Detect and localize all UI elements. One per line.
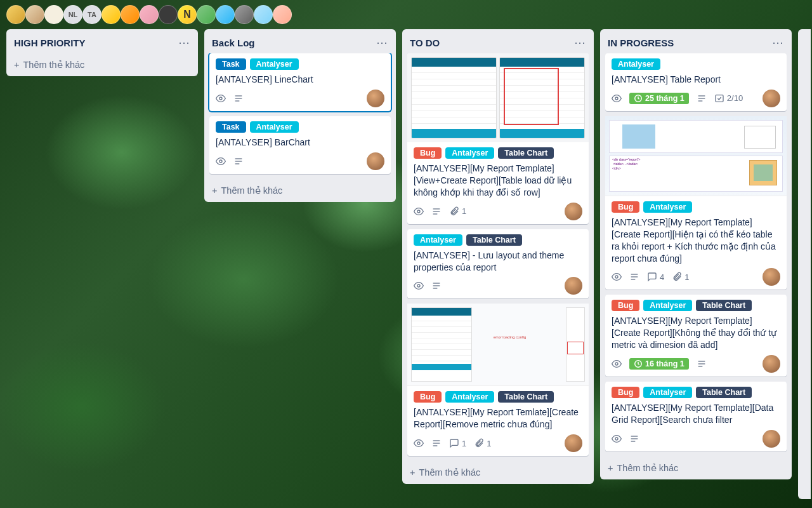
label[interactable]: Bug xyxy=(612,201,639,213)
label[interactable]: Task xyxy=(216,121,246,133)
member-avatar[interactable] xyxy=(216,5,235,24)
svg-point-30 xyxy=(615,363,618,365)
add-card-label: Thêm thẻ khác xyxy=(23,60,84,70)
due-date-badge[interactable]: 16 tháng 1 xyxy=(629,358,689,370)
label[interactable]: Antalyser xyxy=(643,387,692,398)
label[interactable]: Antalyser xyxy=(250,58,299,70)
add-card-label: Thêm thẻ khác xyxy=(221,185,282,196)
watch-icon xyxy=(612,93,622,104)
svg-point-26 xyxy=(615,276,618,278)
description-icon xyxy=(233,93,244,104)
label[interactable]: Antalyser xyxy=(250,121,299,133)
board: HIGH PRIORITY ⋯ + Thêm thẻ khác Back Log… xyxy=(0,29,812,499)
label[interactable]: Table Chart xyxy=(696,387,752,398)
card-member-avatar[interactable] xyxy=(367,90,384,107)
label[interactable]: Antalyser xyxy=(414,234,462,246)
label[interactable]: Table Chart xyxy=(696,300,752,311)
member-avatar[interactable] xyxy=(44,5,63,24)
label[interactable]: Bug xyxy=(612,387,639,398)
add-card-button[interactable]: + Thêm thẻ khác xyxy=(402,461,594,484)
list-menu-button[interactable]: ⋯ xyxy=(178,36,190,50)
member-avatar[interactable] xyxy=(197,5,216,24)
member-avatar[interactable] xyxy=(25,5,44,24)
add-card-button[interactable]: + Thêm thẻ khác xyxy=(600,457,792,479)
card-badges: 41 xyxy=(612,268,780,286)
card-title: [ANTALYSER][My Report Template][Data Gri… xyxy=(612,402,780,426)
svg-point-12 xyxy=(417,284,420,287)
member-avatar[interactable]: TA xyxy=(82,5,102,24)
member-avatar[interactable] xyxy=(102,5,121,24)
list-in-progress: IN PROGRESS ⋯ Antalyser[ANTALYSER] Table… xyxy=(600,29,792,479)
member-avatar[interactable] xyxy=(273,5,292,24)
card[interactable]: Antalyser[ANTALYSER] Table Report25 thán… xyxy=(605,53,787,111)
member-avatar[interactable]: N xyxy=(178,5,197,24)
card-member-avatar[interactable] xyxy=(763,268,780,286)
add-card-button[interactable]: + Thêm thẻ khác xyxy=(204,179,396,202)
card[interactable]: error loading config BugAntalyserTable C… xyxy=(407,304,589,456)
card-title: [ANTALYSER] LineChart xyxy=(216,74,384,86)
attachments-badge: 1 xyxy=(449,206,466,217)
list-menu-button[interactable]: ⋯ xyxy=(376,36,388,50)
card[interactable]: BugAntalyserTable Chart[ANTALYSER][My Re… xyxy=(407,53,589,224)
label[interactable]: Table Chart xyxy=(498,391,554,403)
due-date-badge[interactable]: 25 tháng 1 xyxy=(629,93,689,104)
card[interactable]: AntalyserTable Chart[ANTALYSER] - Lưu la… xyxy=(407,229,589,299)
label[interactable]: Antalyser xyxy=(445,147,494,159)
list-title: IN PROGRESS xyxy=(608,37,674,48)
list-title: HIGH PRIORITY xyxy=(14,37,86,48)
card[interactable]: <div class="report"> <table>...</table><… xyxy=(605,116,787,290)
label[interactable]: Antalyser xyxy=(445,391,494,403)
label[interactable]: Bug xyxy=(612,300,639,311)
add-card-button[interactable]: + Thêm thẻ khác xyxy=(6,53,198,76)
svg-point-8 xyxy=(417,210,420,213)
board-members: NLTAN xyxy=(0,0,812,29)
card-member-avatar[interactable] xyxy=(763,90,780,107)
list-title: Back Log xyxy=(212,37,255,48)
label[interactable]: Bug xyxy=(414,147,442,159)
card[interactable]: TaskAntalyser[ANTALYSER] BarChart xyxy=(209,116,391,174)
label[interactable]: Table Chart xyxy=(498,147,554,159)
card-title: [ANTALYSER][My Report Temlate][Create Re… xyxy=(414,406,582,431)
card-badges xyxy=(216,152,384,170)
description-icon xyxy=(431,281,442,291)
label[interactable]: Task xyxy=(216,58,246,70)
description-icon xyxy=(233,156,244,166)
description-icon xyxy=(431,206,442,217)
card-member-avatar[interactable] xyxy=(565,434,582,452)
card[interactable]: TaskAntalyser[ANTALYSER] LineChart xyxy=(209,53,391,111)
description-icon xyxy=(697,359,707,369)
card-badges xyxy=(612,430,780,448)
card-member-avatar[interactable] xyxy=(763,430,780,448)
member-avatar[interactable]: NL xyxy=(63,5,82,24)
card-labels: BugAntalyserTable Chart xyxy=(612,300,780,311)
card-member-avatar[interactable] xyxy=(763,355,780,373)
label[interactable]: Antalyser xyxy=(643,201,692,213)
list-menu-button[interactable]: ⋯ xyxy=(574,36,586,50)
watch-icon xyxy=(414,438,424,448)
member-avatar[interactable] xyxy=(235,5,254,24)
watch-icon xyxy=(414,206,424,217)
svg-point-20 xyxy=(615,97,618,100)
member-avatar[interactable] xyxy=(6,5,25,24)
card[interactable]: BugAntalyserTable Chart[ANTALYSER][My Re… xyxy=(605,382,787,451)
plus-icon: + xyxy=(410,467,415,478)
list-menu-button[interactable]: ⋯ xyxy=(772,36,784,50)
card-member-avatar[interactable] xyxy=(565,277,582,295)
description-icon xyxy=(629,434,639,444)
member-avatar[interactable] xyxy=(121,5,140,24)
card-badges: 11 xyxy=(414,434,582,452)
plus-icon: + xyxy=(212,185,217,196)
list-next-peek[interactable] xyxy=(798,29,811,499)
label[interactable]: Antalyser xyxy=(643,300,692,311)
card-member-avatar[interactable] xyxy=(565,203,582,220)
member-avatar[interactable] xyxy=(254,5,273,24)
member-avatar[interactable] xyxy=(159,5,178,24)
label[interactable]: Antalyser xyxy=(612,58,660,70)
card[interactable]: BugAntalyserTable Chart[ANTALYSER][My Re… xyxy=(605,295,787,377)
card-member-avatar[interactable] xyxy=(367,152,384,170)
label[interactable]: Table Chart xyxy=(466,234,522,246)
svg-point-4 xyxy=(219,160,222,163)
label[interactable]: Bug xyxy=(414,391,442,403)
member-avatar[interactable] xyxy=(140,5,159,24)
card-labels: TaskAntalyser xyxy=(216,121,384,133)
